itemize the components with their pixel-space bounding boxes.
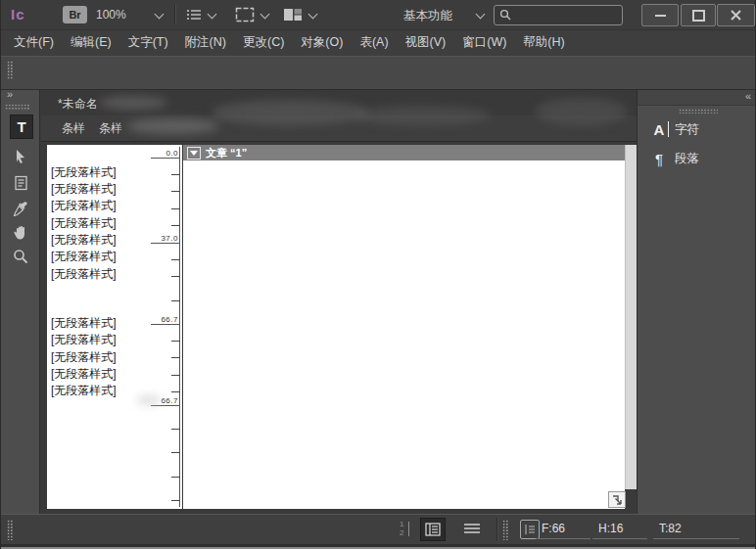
eyedropper-tool[interactable] <box>10 197 31 219</box>
zoom-chevron-down-icon[interactable] <box>155 10 165 20</box>
paragraph-style-row[interactable]: [无段落样式] <box>51 266 117 283</box>
document-tab-bar: *未命名 <box>41 90 637 115</box>
ruler-tick <box>171 500 180 501</box>
statusbar-grip[interactable] <box>7 520 13 540</box>
workspace-chevron-icon[interactable] <box>476 10 486 20</box>
vertical-scrollbar[interactable] <box>625 145 637 489</box>
menu-type[interactable]: 文字(T) <box>128 34 168 51</box>
collapse-dock-icon[interactable]: « <box>745 90 750 102</box>
ruler-mark-value: 0.0 <box>165 149 178 158</box>
paragraph-style-row[interactable]: [无段落样式] <box>51 249 117 265</box>
view-options-chevron-icon[interactable] <box>208 10 217 20</box>
note-tool[interactable] <box>10 171 31 194</box>
zoom-level-value[interactable]: 100% <box>96 8 126 22</box>
galley-info-toggle[interactable] <box>420 518 446 541</box>
tab-galley-view[interactable]: 条样 <box>62 120 85 137</box>
paragraph-style-row[interactable]: [无段落样式] <box>51 232 117 249</box>
panel-paragraph[interactable]: ¶ 段落 <box>638 145 756 172</box>
tab-story-view[interactable]: 条样 <box>99 120 122 137</box>
paragraph-style-row[interactable]: [无段落样式] <box>51 366 117 383</box>
ruler-tick <box>171 357 180 358</box>
bridge-button[interactable]: Br <box>63 6 87 23</box>
position-tool[interactable] <box>10 145 31 167</box>
view-options-icon[interactable] <box>185 8 203 22</box>
menu-window[interactable]: 窗口(W) <box>462 34 506 51</box>
statusbar-menu-icon[interactable] <box>463 523 481 534</box>
paragraph-style-row[interactable]: [无段落样式] <box>51 164 117 181</box>
menu-bar: 文件(F) 编辑(E) 文字(T) 附注(N) 更改(C) 对象(O) 表(A)… <box>1 29 756 56</box>
ruler-tick <box>171 341 180 342</box>
document-tab[interactable]: *未命名 <box>58 96 98 113</box>
copyfit-chars-field[interactable]: T:82 <box>659 522 682 535</box>
menu-object[interactable]: 对象(O) <box>301 34 343 51</box>
line-numbers-icon[interactable]: 1 2 <box>399 520 414 539</box>
workspace-switcher[interactable]: 基本功能 <box>403 8 452 24</box>
menu-edit[interactable]: 编辑(E) <box>71 34 112 51</box>
ruler-tick <box>171 225 180 226</box>
copyfit-words-field[interactable]: H:16 <box>598 522 623 535</box>
paragraph-style-row[interactable]: [无段落样式] <box>51 332 117 348</box>
title-bar: Ic Br 100% 基本功能 <box>1 0 756 30</box>
ruler-mark-line <box>151 405 180 406</box>
statusbar-separator <box>496 518 497 541</box>
close-button[interactable] <box>717 4 755 26</box>
galley-info-panel: [无段落样式][无段落样式][无段落样式][无段落样式][无段落样式][无段落样… <box>47 145 182 509</box>
ruler-tick <box>171 300 180 301</box>
paragraph-style-row[interactable]: [无段落样式] <box>51 198 117 214</box>
field-underline <box>592 538 647 539</box>
view-tab-strip: 条样 条样 <box>41 115 637 142</box>
ruler-tick <box>171 429 180 430</box>
copyfit-info-icon[interactable] <box>520 520 540 539</box>
app-logo-icon: Ic <box>11 6 25 23</box>
maximize-button[interactable] <box>681 4 716 26</box>
expand-panel-icon[interactable]: » <box>7 88 12 100</box>
ruler-tick <box>171 391 180 392</box>
story-resize-icon[interactable] <box>608 491 626 508</box>
eyedropper-tool-icon <box>13 201 28 216</box>
story-editor-area[interactable]: 文章 “1” <box>183 145 625 509</box>
screen-layout-chevron-icon[interactable] <box>308 10 318 20</box>
hand-tool-icon <box>13 225 28 241</box>
frame-mode-chevron-icon[interactable] <box>260 10 270 20</box>
paragraph-style-row[interactable]: [无段落样式] <box>51 383 117 399</box>
story-title: 文章 “1” <box>206 146 247 160</box>
collapse-story-icon[interactable] <box>187 147 201 160</box>
type-tool-icon: T <box>17 118 25 135</box>
menu-changes[interactable]: 更改(C) <box>243 34 284 51</box>
hand-tool[interactable] <box>10 221 31 244</box>
ruler-tick <box>171 375 180 376</box>
minimize-button[interactable] <box>641 4 679 26</box>
panel-character[interactable]: A 字符 <box>638 115 756 143</box>
menu-file[interactable]: 文件(F) <box>14 34 54 51</box>
search-icon <box>499 9 511 21</box>
titlebar-separator <box>174 5 175 24</box>
search-input[interactable] <box>494 5 623 25</box>
field-underline <box>536 538 591 539</box>
statusbar-grip-2[interactable] <box>502 520 508 540</box>
copyfit-lines-field[interactable]: F:66 <box>542 522 565 535</box>
application-toolbar: abc ¶ <box>1 56 756 90</box>
ruler-tick <box>171 208 180 209</box>
note-tool-icon <box>14 175 28 191</box>
paragraph-style-row[interactable]: [无段落样式] <box>51 181 117 198</box>
paragraph-style-row[interactable]: [无段落样式] <box>51 315 117 332</box>
frame-mode-icon[interactable] <box>235 7 255 23</box>
screen-layout-icon[interactable] <box>283 7 303 23</box>
ruler-tick <box>171 191 180 192</box>
zoom-tool[interactable] <box>10 245 31 267</box>
menu-table[interactable]: 表(A) <box>359 34 388 51</box>
incopy-window: Ic Br 100% 基本功能 <box>0 0 756 549</box>
ruler-mark-line <box>151 324 180 325</box>
menu-help[interactable]: 帮助(H) <box>523 34 564 51</box>
paragraph-style-row[interactable]: [无段落样式] <box>51 349 117 366</box>
paragraph-style-row[interactable]: [无段落样式] <box>51 215 117 232</box>
type-tool[interactable]: T <box>10 114 33 139</box>
menu-notes[interactable]: 附注(N) <box>185 34 226 51</box>
tools-panel-grip[interactable] <box>5 104 30 110</box>
story-header-bar[interactable]: 文章 “1” <box>183 145 625 160</box>
menu-view[interactable]: 视图(V) <box>405 34 447 51</box>
dock-grip[interactable] <box>679 109 718 114</box>
character-panel-icon: A <box>647 121 671 138</box>
tools-panel: » T <box>1 90 40 514</box>
toolbar-grip[interactable] <box>7 61 13 80</box>
